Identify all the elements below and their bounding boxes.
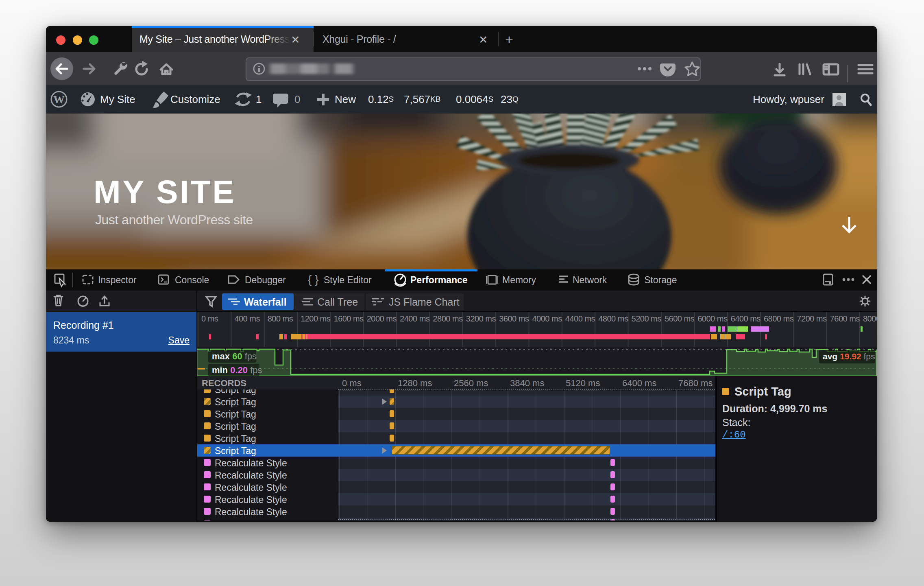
svg-text:6800 ms: 6800 ms <box>764 314 794 323</box>
svg-text:5200 ms: 5200 ms <box>632 314 662 323</box>
svg-text:1600 ms: 1600 ms <box>333 314 364 323</box>
svg-text:max 60 fps: max 60 fps <box>212 351 257 361</box>
svg-text:W: W <box>53 93 65 106</box>
svg-text:8000: 8000 <box>863 314 877 323</box>
svg-text:3200 ms: 3200 ms <box>466 314 496 323</box>
svg-text:4000 ms: 4000 ms <box>532 314 562 323</box>
svg-text:7600 ms: 7600 ms <box>830 314 860 323</box>
svg-text:1200 ms: 1200 ms <box>301 314 331 323</box>
svg-text:2400 ms: 2400 ms <box>400 314 430 323</box>
svg-text:6400 ms: 6400 ms <box>731 314 761 323</box>
svg-text:min 0.20 fps: min 0.20 fps <box>212 365 262 375</box>
svg-text:0 ms: 0 ms <box>201 314 218 323</box>
svg-text:800 ms: 800 ms <box>268 314 293 323</box>
svg-text:5600 ms: 5600 ms <box>665 314 695 323</box>
svg-text:2000 ms: 2000 ms <box>367 314 397 323</box>
svg-text:avg 19.92 fps: avg 19.92 fps <box>823 352 875 361</box>
svg-text:4800 ms: 4800 ms <box>598 314 628 323</box>
svg-text:2800 ms: 2800 ms <box>433 314 463 323</box>
svg-text:6000 ms: 6000 ms <box>697 314 728 323</box>
svg-text:3600 ms: 3600 ms <box>499 314 529 323</box>
svg-text:400 ms: 400 ms <box>234 314 260 323</box>
svg-text:{ }: { } <box>308 273 318 286</box>
svg-text:4400 ms: 4400 ms <box>565 314 595 323</box>
svg-text:7200 ms: 7200 ms <box>797 314 827 323</box>
